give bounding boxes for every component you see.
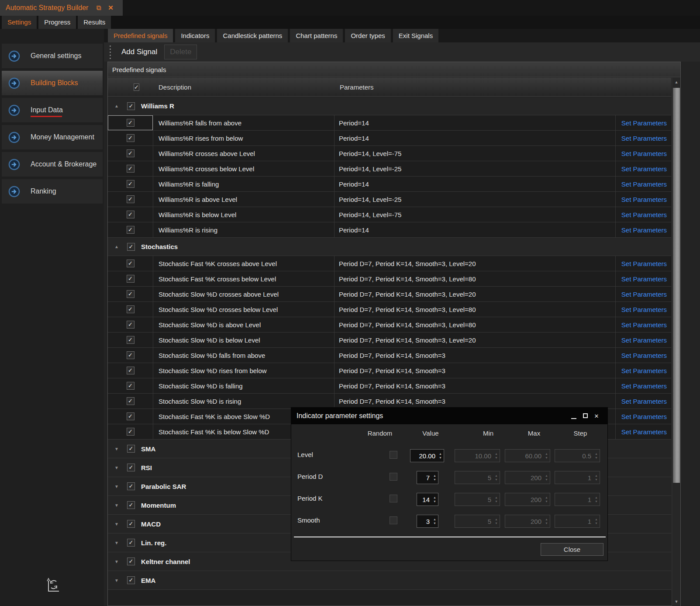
sidebar-item-account-brokerage[interactable]: Account & Brokerage [2, 152, 103, 177]
top-tab-progress[interactable]: Progress [38, 16, 76, 29]
signal-checkbox[interactable]: ✓ [127, 134, 134, 142]
set-parameters-link[interactable]: Set Parameters [621, 382, 667, 390]
random-checkbox[interactable] [390, 516, 397, 524]
set-parameters-link[interactable]: Set Parameters [621, 336, 667, 344]
float-window-icon[interactable]: ⧉ [96, 4, 101, 12]
group-expander-icon[interactable]: ▼ [114, 578, 119, 583]
scroll-up-icon[interactable]: ▲ [672, 78, 681, 87]
signal-row[interactable]: ✓ Stochastic Slow %D is below Level Peri… [108, 332, 671, 348]
signal-row[interactable]: ✓ Williams%R falls from above Period=14 … [108, 115, 671, 131]
signal-row[interactable]: ✓ Stochastic Slow %D crosses above Level… [108, 287, 671, 302]
value-spinner[interactable]: 3 ▲▼ [417, 515, 438, 528]
group-checkbox[interactable]: ✓ [127, 464, 135, 471]
tab-predefined-signals[interactable]: Predefined signals [108, 29, 173, 42]
value-spinner[interactable]: 7 ▲▼ [417, 471, 438, 484]
random-checkbox[interactable] [390, 451, 397, 459]
value-number[interactable]: 3 [417, 518, 431, 525]
signal-checkbox[interactable]: ✓ [127, 397, 134, 405]
signal-row[interactable]: ✓ Stochastic Slow %D is above Level Peri… [108, 317, 671, 332]
tab-chart-patterns[interactable]: Chart patterns [290, 29, 343, 42]
signal-checkbox[interactable]: ✓ [127, 382, 134, 390]
window-title-tab[interactable]: Automatic Strategy Builder ⧉ ✕ [0, 0, 123, 16]
signal-row[interactable]: ✓ Williams%R crosses below Level Period=… [108, 161, 671, 177]
signal-checkbox[interactable]: ✓ [127, 428, 134, 436]
signal-checkbox[interactable]: ✓ [127, 336, 134, 344]
set-parameters-link[interactable]: Set Parameters [621, 211, 667, 218]
signal-row[interactable]: ✓ Stochastic Fast %K crosses below Level… [108, 271, 671, 287]
signal-row[interactable]: ✓ Stochastic Fast %K crosses above Level… [108, 256, 671, 271]
sidebar-item-general-settings[interactable]: General settings [2, 44, 103, 68]
dialog-close-icon[interactable]: ✕ [591, 413, 602, 419]
signal-checkbox[interactable]: ✓ [127, 321, 134, 329]
signal-row[interactable]: ✓ Stochastic Slow %D is rising Period D=… [108, 394, 671, 409]
signal-row[interactable]: ✓ Stochastic Slow %D is falling Period D… [108, 378, 671, 394]
set-parameters-link[interactable]: Set Parameters [621, 321, 667, 329]
column-header-parameters[interactable]: Parameters [334, 83, 374, 91]
value-number[interactable]: 7 [417, 474, 431, 481]
group-checkbox[interactable]: ✓ [127, 539, 135, 547]
toolbar-grip-icon[interactable] [110, 45, 111, 59]
select-all-checkbox[interactable]: ✓ [134, 83, 139, 91]
dialog-close-button[interactable]: Close [541, 543, 603, 556]
set-parameters-link[interactable]: Set Parameters [621, 275, 667, 283]
signal-checkbox[interactable]: ✓ [127, 226, 134, 234]
group-checkbox[interactable]: ✓ [127, 445, 135, 453]
signal-checkbox[interactable]: ✓ [127, 412, 134, 420]
sidebar-item-building-blocks[interactable]: Building Blocks [2, 71, 103, 95]
signal-row[interactable]: ✓ Stochastic Slow %D falls from above Pe… [108, 348, 671, 363]
spin-down-icon[interactable]: ▼ [433, 478, 436, 481]
signal-group-row[interactable]: ▲ ✓ Stochastics [108, 238, 671, 256]
value-spinner[interactable]: 14 ▲▼ [417, 493, 438, 506]
set-parameters-link[interactable]: Set Parameters [621, 260, 667, 267]
signal-row[interactable]: ✓ Williams%R rises from below Period=14 … [108, 131, 671, 146]
spin-down-icon[interactable]: ▼ [433, 500, 436, 503]
signal-checkbox[interactable]: ✓ [127, 195, 134, 203]
group-checkbox[interactable]: ✓ [127, 482, 135, 490]
top-tab-results[interactable]: Results [78, 16, 111, 29]
signal-checkbox[interactable]: ✓ [127, 149, 134, 157]
tab-candlestick-patterns[interactable]: Candlestick patterns [217, 29, 288, 42]
scroll-down-icon[interactable]: ▼ [672, 597, 681, 606]
signal-row[interactable]: ✓ Williams%R is rising Period=14 Set Par… [108, 222, 671, 238]
set-parameters-link[interactable]: Set Parameters [621, 367, 667, 374]
vertical-scrollbar[interactable]: ▲ ▼ [672, 78, 680, 606]
signal-checkbox[interactable]: ✓ [127, 290, 134, 298]
sidebar-item-money-management[interactable]: Money Management [2, 125, 103, 149]
signal-checkbox[interactable]: ✓ [127, 305, 134, 313]
group-expander-icon[interactable]: ▼ [114, 447, 119, 451]
top-tab-settings[interactable]: Settings [2, 16, 37, 29]
tab-indicators[interactable]: Indicators [175, 29, 215, 42]
set-parameters-link[interactable]: Set Parameters [621, 413, 667, 420]
signal-group-row[interactable]: ▲ ✓ Williams R [108, 97, 671, 115]
spin-up-icon[interactable]: ▲ [439, 453, 442, 455]
signal-checkbox[interactable]: ✓ [127, 165, 134, 173]
sidebar-item-ranking[interactable]: Ranking [2, 179, 103, 204]
signal-row[interactable]: ✓ Williams%R is below Level Period=14, L… [108, 207, 671, 222]
set-parameters-link[interactable]: Set Parameters [621, 291, 667, 298]
tab-exit-signals[interactable]: Exit Signals [393, 29, 438, 42]
set-parameters-link[interactable]: Set Parameters [621, 150, 667, 157]
dialog-minimize-icon[interactable] [568, 413, 579, 419]
set-parameters-link[interactable]: Set Parameters [621, 398, 667, 405]
signal-checkbox[interactable]: ✓ [127, 367, 134, 374]
spin-down-icon[interactable]: ▼ [433, 522, 436, 525]
signal-row[interactable]: ✓ Williams%R is above Level Period=14, L… [108, 192, 671, 207]
set-parameters-link[interactable]: Set Parameters [621, 196, 667, 203]
add-signal-button[interactable]: Add Signal [118, 46, 161, 58]
dialog-titlebar[interactable]: Indicator parameter settings ✕ [291, 408, 607, 424]
group-checkbox[interactable]: ✓ [127, 102, 135, 110]
set-parameters-link[interactable]: Set Parameters [621, 180, 667, 188]
group-expander-icon[interactable]: ▼ [114, 559, 119, 564]
group-expander-icon[interactable]: ▼ [114, 484, 119, 489]
close-window-icon[interactable]: ✕ [108, 4, 114, 12]
spin-up-icon[interactable]: ▲ [433, 518, 436, 521]
set-parameters-link[interactable]: Set Parameters [621, 226, 667, 234]
group-checkbox[interactable]: ✓ [127, 576, 135, 584]
set-parameters-link[interactable]: Set Parameters [621, 119, 667, 127]
signal-row[interactable]: ✓ Williams%R is falling Period=14 Set Pa… [108, 177, 671, 192]
group-expander-icon[interactable]: ▼ [114, 522, 119, 526]
group-expander-icon[interactable]: ▲ [114, 104, 119, 108]
set-parameters-link[interactable]: Set Parameters [621, 428, 667, 436]
value-spinner[interactable]: 20.00 ▲▼ [410, 449, 444, 462]
group-checkbox[interactable]: ✓ [127, 558, 135, 565]
